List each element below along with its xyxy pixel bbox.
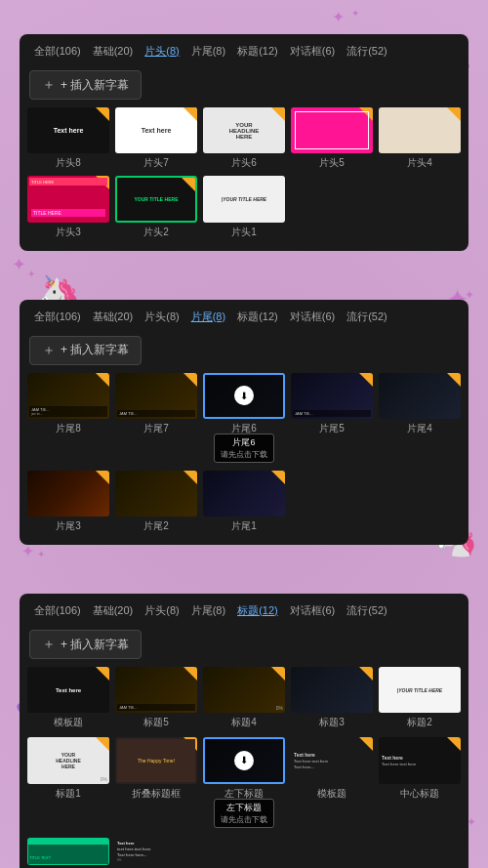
thumb-label: 模板题	[54, 716, 83, 729]
pink-bar: TITLE HERE	[31, 209, 105, 217]
tab-tail-3[interactable]: 片尾(8)	[186, 601, 230, 620]
tooltip-sub: 请先点击下载	[221, 449, 267, 460]
list-item[interactable]: |YOUR TITLE HERE 片头1	[203, 176, 285, 238]
tooltip-box: 片尾6 请先点击下载	[214, 434, 274, 463]
panel-1: 全部(106) 基础(20) 片头(8) 片尾(8) 标题(12) 对话框(6)…	[20, 34, 468, 251]
list-item[interactable]: 片头4	[379, 107, 461, 170]
list-item[interactable]: Text here Text here text here 中心标题	[379, 737, 461, 829]
tab-popular-3[interactable]: 流行(52)	[342, 601, 392, 620]
thumb-label: 片尾5	[319, 422, 345, 435]
list-item[interactable]: Text here Text here text here Text here.…	[291, 737, 373, 829]
list-item[interactable]: 标题3	[291, 667, 373, 729]
tab-tail-2[interactable]: 片尾(8)	[186, 308, 230, 326]
panel-3: 全部(106) 基础(20) 片头(8) 片尾(8) 标题(12) 对话框(6)…	[20, 594, 468, 868]
list-item[interactable]: Text here 片头7	[115, 107, 197, 170]
tab-title-2[interactable]: 标题(12)	[232, 308, 283, 326]
list-item[interactable]: 片尾2	[115, 471, 197, 533]
insert-label-2: + 插入新字幕	[61, 342, 129, 358]
list-item[interactable]: Text here 片头8	[27, 107, 109, 170]
thumb-label: 标题4	[231, 716, 257, 729]
list-item[interactable]: ⬇ 片尾6 片尾6 请先点击下载	[203, 373, 285, 435]
thumb-label: 标题5	[143, 716, 169, 729]
thumb-label: 片尾1	[231, 519, 257, 533]
tab-bar-3: 全部(106) 基础(20) 片头(8) 片尾(8) 标题(12) 对话框(6)…	[20, 594, 468, 626]
list-item[interactable]: YOUR TITLE HERE 片头2	[115, 176, 197, 238]
list-item[interactable]: 片尾1	[203, 471, 285, 533]
tab-dialog-2[interactable]: 对话框(6)	[285, 308, 340, 326]
tab-bar-2: 全部(106) 基础(20) 片头(8) 片尾(8) 标题(12) 对话框(6)…	[20, 300, 468, 332]
tab-all-2[interactable]: 全部(106)	[29, 308, 86, 326]
tab-dialog-1[interactable]: 对话框(6)	[285, 42, 340, 61]
thumb-label: 模板题	[317, 787, 346, 801]
list-item[interactable]: TITLE TEXT	[27, 838, 109, 868]
plus-icon-1: ＋	[42, 76, 56, 94]
download-overlay: ⬇	[205, 739, 283, 781]
tab-all-3[interactable]: 全部(106)	[29, 601, 86, 620]
insert-btn-3[interactable]: ＋ + 插入新字幕	[29, 630, 142, 659]
tooltip-sub: 请先点击下载	[221, 814, 267, 825]
download-overlay: ⬇	[205, 375, 283, 417]
thumb-label: 片头2	[143, 226, 169, 239]
list-item[interactable]: Text here text here text here Text here …	[115, 838, 197, 868]
tab-tail-1[interactable]: 片尾(8)	[186, 42, 230, 61]
download-icon: ⬇	[234, 751, 254, 770]
thumb-text: YOUR TITLE HERE	[117, 178, 195, 220]
list-item[interactable]: YOUR HEADLINE HERE 0% 标题1	[27, 737, 109, 829]
thumb-label: 片头4	[407, 156, 432, 170]
list-item[interactable]: ⬇ 左下标题 左下标题 请先点击下载	[203, 737, 285, 800]
insert-label-3: + 插入新字幕	[61, 637, 129, 653]
tab-title-1[interactable]: 标题(12)	[232, 42, 283, 61]
thumb-text: Text here	[115, 107, 197, 153]
tab-basic-3[interactable]: 基础(20)	[88, 601, 139, 620]
thumb-text: |YOUR TITLE HERE	[379, 667, 461, 713]
bar-text: TITLE HERE	[33, 210, 61, 216]
tab-all-1[interactable]: 全部(106)	[29, 42, 86, 61]
tab-head-2[interactable]: 片头(8)	[140, 308, 183, 326]
corner-tag	[447, 373, 461, 387]
tab-basic-1[interactable]: 基础(20)	[88, 42, 139, 61]
list-item[interactable]: YOUR HEADLINE HERE 片头6	[203, 107, 285, 170]
insert-btn-1[interactable]: ＋ + 插入新字幕	[29, 70, 142, 100]
list-item[interactable]: 片尾4	[379, 373, 461, 465]
thumb-label: 片头5	[319, 156, 345, 170]
thumb-label: 片头1	[231, 226, 257, 239]
thumb-label: 片头6	[231, 156, 257, 170]
list-item[interactable]: 片头5	[291, 107, 373, 170]
tab-bar-1: 全部(106) 基础(20) 片头(8) 片尾(8) 标题(12) 对话框(6)…	[20, 34, 468, 66]
corner-tag	[96, 471, 109, 484]
list-item[interactable]: The Happy Time! 折叠标题框	[115, 737, 197, 829]
list-item[interactable]: JAM TIE... jam tie... 片尾8	[27, 373, 109, 465]
star-deco-2: ✦	[351, 8, 359, 19]
tab-head-3[interactable]: 片头(8)	[140, 601, 183, 620]
panel-2: 全部(106) 基础(20) 片头(8) 片尾(8) 标题(12) 对话框(6)…	[20, 300, 468, 546]
thumb-label: 片头8	[56, 156, 81, 170]
insert-btn-2[interactable]: ＋ + 插入新字幕	[29, 336, 142, 365]
corner-tag	[447, 107, 461, 121]
list-item[interactable]: JAM TIE... 标题5	[115, 667, 197, 729]
tooltip-title: 片尾6	[221, 436, 267, 449]
list-item[interactable]: JAM TIE... 片尾7	[115, 373, 197, 465]
corner-tag	[271, 471, 285, 484]
list-item[interactable]: 0% 标题4	[203, 667, 285, 729]
thumb-grid-1: Text here 片头8 Text here 片头7 YOUR HEADLIN…	[20, 107, 468, 239]
list-item[interactable]: TITLE HERE TITLE HERE 片头3	[27, 176, 109, 238]
list-item[interactable]: |YOUR TITLE HERE 标题2	[379, 667, 461, 729]
plus-icon-3: ＋	[42, 636, 56, 653]
thumb-grid-3b: YOUR HEADLINE HERE 0% 标题1 The Happy Time…	[20, 737, 468, 829]
corner-tag	[359, 373, 373, 387]
list-item[interactable]: Text here 模板题	[27, 667, 109, 729]
thumb-grid-3c: TITLE TEXT Text here text here text here…	[20, 838, 468, 868]
thumb-label: 片尾8	[56, 422, 81, 435]
tab-dialog-3[interactable]: 对话框(6)	[285, 601, 340, 620]
tab-title-3[interactable]: 标题(12)	[232, 601, 283, 620]
star-deco-7: ✦	[37, 549, 45, 559]
corner-tag	[183, 373, 197, 387]
thumb-text: YOUR HEADLINE HERE	[203, 107, 285, 153]
tab-popular-1[interactable]: 流行(52)	[342, 42, 392, 61]
tab-head-1[interactable]: 片头(8)	[140, 42, 183, 61]
thumb-text: YOUR HEADLINE HERE	[27, 737, 109, 783]
tab-basic-2[interactable]: 基础(20)	[88, 308, 139, 326]
list-item[interactable]: JAM TIE... 片尾5	[291, 373, 373, 465]
tab-popular-2[interactable]: 流行(52)	[342, 308, 392, 326]
list-item[interactable]: 片尾3	[27, 471, 109, 533]
